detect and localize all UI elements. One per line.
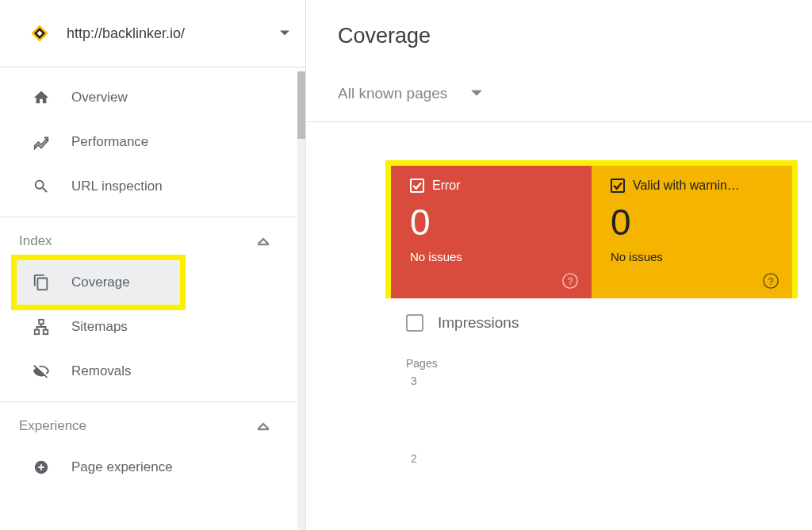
scrollbar-thumb[interactable]	[297, 71, 305, 139]
svg-rect-5	[44, 330, 48, 335]
sidebar-item-page-experience[interactable]: Page experience	[0, 445, 305, 490]
sidebar-item-coverage[interactable]: Coverage	[17, 260, 180, 305]
card-count: 0	[410, 201, 576, 244]
nav-label: Performance	[71, 134, 148, 150]
copy-icon	[32, 273, 51, 292]
sidebar-item-removals[interactable]: Removals	[0, 349, 305, 394]
card-label: Error	[432, 179, 461, 193]
nav-label: Coverage	[71, 275, 130, 290]
checkbox-checked-icon[interactable]	[410, 179, 424, 193]
nav-label: Overview	[71, 90, 128, 106]
impressions-label: Impressions	[438, 314, 519, 332]
nav-primary: Overview Performance URL inspection	[0, 67, 305, 209]
impressions-toggle[interactable]: Impressions	[385, 298, 812, 341]
sidebar-scrollbar[interactable]	[297, 71, 305, 530]
circle-plus-icon	[32, 458, 51, 477]
dropdown-arrow-icon	[280, 29, 289, 38]
performance-icon	[32, 132, 51, 152]
help-icon[interactable]: ?	[561, 272, 579, 290]
card-error[interactable]: Error 0 No issues ?	[391, 166, 592, 298]
sidebar-item-performance[interactable]: Performance	[0, 120, 305, 164]
section-label: Index	[19, 233, 52, 249]
card-count: 0	[611, 201, 776, 244]
y-tick: 2	[411, 452, 812, 465]
property-selector[interactable]: http://backlinker.io/	[0, 0, 305, 67]
nav-label: URL inspection	[71, 179, 163, 194]
y-tick: 3	[411, 374, 812, 387]
section-header-experience[interactable]: Experience	[0, 402, 305, 445]
checkbox-checked-icon[interactable]	[611, 179, 625, 193]
help-icon[interactable]: ?	[762, 272, 779, 290]
search-icon	[32, 177, 51, 196]
property-logo-icon	[29, 22, 51, 44]
svg-rect-3	[39, 320, 44, 325]
chart-pages: Pages 3 2	[385, 341, 812, 530]
sidebar: http://backlinker.io/ Overview Performan…	[0, 0, 306, 530]
highlight-cards-annotation: Error 0 No issues ? Valid with warnin… 0…	[385, 160, 798, 298]
checkbox-unchecked-icon[interactable]	[406, 314, 423, 332]
svg-text:?: ?	[768, 276, 774, 287]
card-subtext: No issues	[410, 250, 576, 263]
chevron-up-icon	[258, 236, 269, 247]
property-url: http://backlinker.io/	[67, 25, 280, 42]
filter-dropdown[interactable]: All known pages	[306, 69, 812, 122]
chart-title: Pages	[406, 357, 812, 370]
nav-label: Sitemaps	[71, 319, 128, 335]
sidebar-item-overview[interactable]: Overview	[0, 75, 305, 120]
page-title: Coverage	[306, 0, 812, 69]
card-warning[interactable]: Valid with warnin… 0 No issues ?	[592, 166, 792, 298]
section-header-index[interactable]: Index	[0, 217, 305, 260]
nav-label: Removals	[71, 363, 132, 379]
filter-label: All known pages	[338, 85, 447, 102]
highlight-coverage-annotation: Coverage	[11, 255, 186, 310]
sitemaps-icon	[32, 317, 51, 336]
sidebar-item-url-inspection[interactable]: URL inspection	[0, 164, 305, 209]
nav-label: Page experience	[71, 459, 173, 475]
section-label: Experience	[19, 418, 86, 434]
home-icon	[32, 88, 51, 107]
sidebar-item-sitemaps[interactable]: Sitemaps	[0, 305, 305, 349]
svg-rect-4	[35, 330, 40, 335]
visibility-off-icon	[32, 362, 51, 381]
svg-text:?: ?	[568, 276, 573, 287]
chevron-up-icon	[258, 421, 269, 432]
card-subtext: No issues	[611, 250, 776, 263]
card-label: Valid with warnin…	[633, 179, 740, 193]
dropdown-arrow-icon	[471, 88, 482, 99]
main-content: Coverage All known pages Error 0 No issu…	[306, 0, 812, 530]
